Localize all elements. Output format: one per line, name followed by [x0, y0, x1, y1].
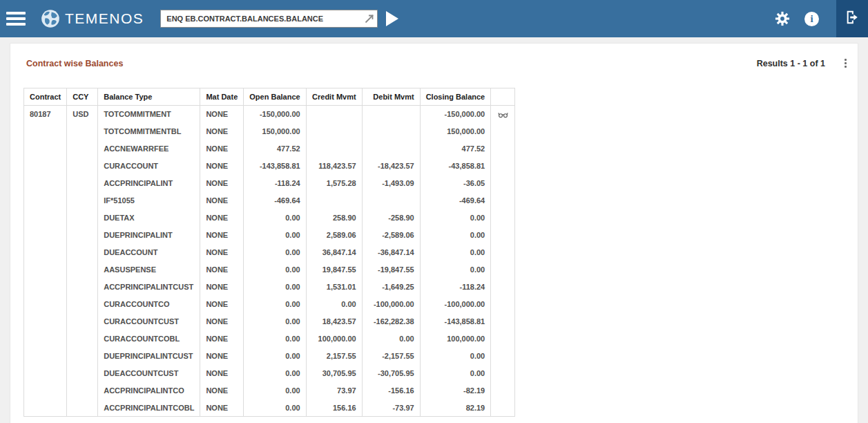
cell-credit-mvmt — [306, 192, 362, 209]
cell-closing-balance: -469.64 — [420, 192, 491, 209]
cell-ccy — [67, 400, 98, 417]
globe-icon — [41, 9, 60, 28]
command-go-icon[interactable] — [364, 14, 374, 24]
cell-contract — [24, 365, 67, 382]
cell-debit-mvmt — [362, 106, 420, 123]
cell-debit-mvmt: -18,423.57 — [362, 158, 420, 175]
cell-closing-balance: 150,000.00 — [420, 123, 491, 140]
cell-credit-mvmt: 1,531.01 — [306, 279, 362, 296]
cell-mat-date: NONE — [200, 296, 244, 313]
cell-debit-mvmt: -100,000.00 — [362, 296, 420, 313]
cell-debit-mvmt: -36,847.14 — [362, 244, 420, 261]
table-header-row: Contract CCY Balance Type Mat Date Open … — [24, 88, 515, 106]
cell-balance-type: CURACCOUNTCOBL — [98, 330, 200, 348]
cell-open-balance: 150,000.00 — [244, 123, 306, 140]
cell-balance-type: AASUSPENSE — [98, 261, 200, 279]
cell-actions — [491, 382, 515, 400]
cell-balance-type: CURACCOUNT — [98, 158, 200, 175]
cell-contract — [24, 192, 67, 209]
cell-credit-mvmt: 36,847.14 — [306, 244, 362, 261]
cell-contract — [24, 382, 67, 400]
cell-open-balance: 0.00 — [244, 330, 306, 348]
cell-balance-type: DUEPRINCIPALINT — [98, 227, 200, 244]
cell-contract — [24, 123, 67, 140]
balances-table-body: 80187USDTOTCOMMITMENTNONE-150,000.00-150… — [24, 106, 515, 417]
cell-open-balance: 0.00 — [244, 209, 306, 227]
cell-balance-type: DUEACCOUNTCUST — [98, 365, 200, 382]
column-header-open-balance: Open Balance — [244, 88, 306, 106]
cell-actions — [491, 192, 515, 209]
cell-debit-mvmt: -73.97 — [362, 400, 420, 417]
cell-debit-mvmt: -162,282.38 — [362, 313, 420, 330]
cell-actions — [491, 175, 515, 192]
table-row: DUEPRINCIPALINTCUSTNONE0.002,157.55-2,15… — [24, 348, 515, 365]
more-options-icon[interactable] — [842, 57, 849, 69]
cell-closing-balance: -150,000.00 — [420, 106, 491, 123]
table-row: ACCPRINCIPALINTCONONE0.0073.97-156.16-82… — [24, 382, 515, 400]
cell-ccy: USD — [67, 106, 98, 123]
cell-closing-balance: 0.00 — [420, 244, 491, 261]
table-row: CURACCOUNTCOBLNONE0.00100,000.000.00100,… — [24, 330, 515, 348]
cell-ccy — [67, 382, 98, 400]
cell-actions — [491, 313, 515, 330]
cell-balance-type: ACCPRINCIPALINTCOBL — [98, 400, 200, 417]
cell-open-balance: 0.00 — [244, 261, 306, 279]
column-header-mat-date: Mat Date — [200, 88, 244, 106]
cell-contract — [24, 279, 67, 296]
command-input[interactable] — [160, 10, 378, 28]
cell-debit-mvmt: -2,589.06 — [362, 227, 420, 244]
cell-actions — [491, 244, 515, 261]
logo-text: TEMENOS — [65, 10, 144, 27]
hamburger-menu-icon[interactable] — [6, 12, 26, 26]
cell-actions — [491, 106, 515, 123]
cell-open-balance: -469.64 — [244, 192, 306, 209]
cell-contract — [24, 175, 67, 192]
cell-debit-mvmt: -19,847.55 — [362, 261, 420, 279]
cell-ccy — [67, 365, 98, 382]
cell-contract — [24, 209, 67, 227]
cell-closing-balance: 0.00 — [420, 348, 491, 365]
cell-closing-balance: -100,000.00 — [420, 296, 491, 313]
cell-actions — [491, 158, 515, 175]
cell-mat-date: NONE — [200, 244, 244, 261]
cell-open-balance: 0.00 — [244, 382, 306, 400]
cell-mat-date: NONE — [200, 382, 244, 400]
signout-button[interactable] — [836, 0, 868, 37]
cell-mat-date: NONE — [200, 140, 244, 158]
cell-closing-balance: 0.00 — [420, 365, 491, 382]
cell-closing-balance: 82.19 — [420, 400, 491, 417]
cell-open-balance: 0.00 — [244, 296, 306, 313]
view-details-icon[interactable] — [498, 111, 508, 118]
cell-open-balance: 477.52 — [244, 140, 306, 158]
cell-credit-mvmt — [306, 106, 362, 123]
table-row: ACCNEWARRFEENONE477.52477.52 — [24, 140, 515, 158]
cell-open-balance: 0.00 — [244, 244, 306, 261]
cell-contract — [24, 244, 67, 261]
cell-mat-date: NONE — [200, 348, 244, 365]
cell-credit-mvmt: 0.00 — [306, 296, 362, 313]
cell-credit-mvmt: 19,847.55 — [306, 261, 362, 279]
settings-gear-icon[interactable] — [775, 11, 790, 26]
cell-open-balance: 0.00 — [244, 400, 306, 417]
cell-actions — [491, 209, 515, 227]
cell-credit-mvmt: 100,000.00 — [306, 330, 362, 348]
enquiry-results-card: Contract wise Balances Results 1 - 1 of … — [10, 43, 858, 423]
table-row: CURACCOUNTCONONE0.000.00-100,000.00-100,… — [24, 296, 515, 313]
cell-credit-mvmt: 1,575.28 — [306, 175, 362, 192]
cell-closing-balance: -82.19 — [420, 382, 491, 400]
table-row: ACCPRINCIPALINTNONE-118.241,575.28-1,493… — [24, 175, 515, 192]
cell-ccy — [67, 227, 98, 244]
cell-debit-mvmt: -1,649.25 — [362, 279, 420, 296]
cell-mat-date: NONE — [200, 123, 244, 140]
column-header-credit-mvmt: Credit Mvmt — [306, 88, 362, 106]
cell-actions — [491, 123, 515, 140]
table-row: CURACCOUNTCUSTNONE0.0018,423.57-162,282.… — [24, 313, 515, 330]
run-enquiry-button[interactable] — [386, 11, 398, 26]
cell-ccy — [67, 279, 98, 296]
column-header-debit-mvmt: Debit Mvmt — [362, 88, 420, 106]
cell-ccy — [67, 140, 98, 158]
cell-balance-type: DUEPRINCIPALINTCUST — [98, 348, 200, 365]
cell-mat-date: NONE — [200, 106, 244, 123]
cell-contract — [24, 158, 67, 175]
info-icon[interactable]: i — [804, 12, 819, 26]
